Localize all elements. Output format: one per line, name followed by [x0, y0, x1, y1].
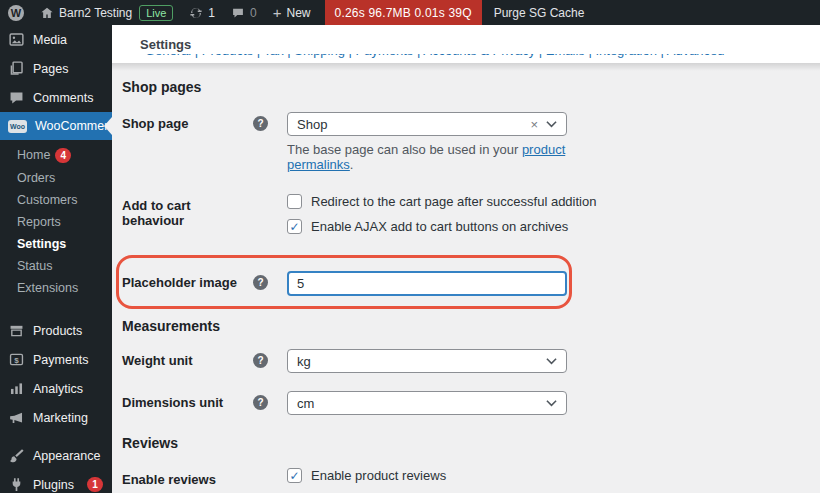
submenu-item-orders[interactable]: Orders [0, 167, 112, 189]
sidebar-item-media[interactable]: Media [0, 25, 112, 54]
shop-page-label: Shop page [122, 112, 253, 131]
submenu-label: Extensions [17, 281, 78, 295]
sidebar-item-woocommerce[interactable]: Woo WooCommerce [0, 112, 112, 140]
site-link[interactable]: Barn2 Testing Live [32, 0, 181, 25]
settings-content: Settings General | Products | Tax | Ship… [112, 25, 820, 493]
sidebar-item-label: Appearance [33, 449, 100, 463]
enable-product-reviews-option[interactable]: Enable product reviews [287, 468, 567, 483]
dimensions-unit-select[interactable]: cm [287, 391, 567, 415]
dimensions-unit-field: cm [287, 391, 567, 415]
sidebar-item-analytics[interactable]: Analytics [0, 374, 112, 403]
enable-ajax-option[interactable]: Enable AJAX add to cart buttons on archi… [287, 219, 567, 234]
sidebar-item-comments[interactable]: Comments [0, 83, 112, 112]
submenu-item-settings[interactable]: Settings [0, 233, 112, 255]
enable-product-reviews-text: Enable product reviews [311, 468, 446, 483]
weight-unit-row: Weight unit kg [122, 349, 800, 373]
settings-tabs-text[interactable]: General | Products | Tax | Shipping | Pa… [145, 54, 820, 58]
page-title: Settings [140, 37, 820, 52]
updates-button[interactable]: 1 [181, 0, 223, 25]
sidebar-item-payments[interactable]: $ Payments [0, 345, 112, 374]
weight-unit-value: kg [297, 354, 546, 369]
sidebar-item-products[interactable]: Products [0, 316, 112, 345]
help-icon[interactable] [253, 395, 268, 410]
sidebar-item-pages[interactable]: Pages [0, 54, 112, 83]
enable-ajax-text: Enable AJAX add to cart buttons on archi… [311, 219, 568, 234]
settings-tabs-clipped: General | Products | Tax | Shipping | Pa… [112, 54, 820, 63]
submenu-item-customers[interactable]: Customers [0, 189, 112, 211]
shop-page-select[interactable]: Shop × [287, 112, 567, 136]
placeholder-image-input[interactable] [287, 271, 567, 296]
sidebar-item-label: Products [33, 324, 82, 338]
help-col-empty [253, 194, 273, 198]
help-icon[interactable] [253, 353, 268, 368]
settings-form: Shop pages Shop page Shop × The base pag… [112, 79, 820, 493]
enable-reviews-options: Enable product reviews Show "verified ow… [287, 468, 567, 493]
add-to-cart-label: Add to cart behaviour [122, 194, 253, 228]
weight-unit-select[interactable]: kg [287, 349, 567, 373]
submenu-label: Customers [17, 193, 77, 207]
help-icon[interactable] [253, 116, 268, 131]
submenu-item-status[interactable]: Status [0, 255, 112, 277]
submenu-item-reports[interactable]: Reports [0, 211, 112, 233]
query-monitor-stats[interactable]: 0.26s 96.7MB 0.01s 39Q [325, 0, 482, 25]
home-icon [40, 6, 54, 20]
live-badge: Live [139, 5, 173, 21]
redirect-to-cart-text: Redirect to the cart page after successf… [311, 194, 596, 209]
submenu-label: Home [17, 148, 50, 162]
help-icon[interactable] [253, 275, 268, 290]
dimensions-unit-value: cm [297, 396, 546, 411]
sidebar-item-appearance[interactable]: Appearance [0, 441, 112, 470]
helper-prefix: The base page can also be used in your [287, 142, 522, 157]
redirect-to-cart-option[interactable]: Redirect to the cart page after successf… [287, 194, 567, 209]
new-content-button[interactable]: + New [265, 0, 319, 25]
update-count: 1 [208, 6, 215, 20]
enable-reviews-label: Enable reviews [122, 468, 253, 487]
placeholder-image-row: Placeholder image [122, 271, 800, 296]
sidebar-item-marketing[interactable]: Marketing [0, 403, 112, 432]
clear-selection-icon[interactable]: × [530, 117, 538, 132]
comment-icon [231, 6, 245, 20]
comment-count: 0 [250, 6, 257, 20]
section-heading-shop-pages: Shop pages [122, 79, 800, 95]
content-header: Settings [112, 25, 820, 54]
shop-page-helper: The base page can also be used in your p… [287, 142, 567, 172]
help-col-empty [253, 468, 273, 472]
sidebar-item-label: Analytics [33, 382, 83, 396]
sidebar-item-label: Comments [33, 91, 93, 105]
submenu-item-extensions[interactable]: Extensions [0, 277, 112, 299]
submenu-item-home[interactable]: Home4 [0, 144, 112, 167]
shop-page-row: Shop page Shop × The base page can also … [122, 112, 800, 172]
sidebar-item-label: Pages [33, 62, 68, 76]
media-icon [8, 31, 25, 48]
plugins-icon [8, 476, 25, 493]
comments-button[interactable]: 0 [223, 0, 265, 25]
weight-unit-label: Weight unit [122, 349, 253, 368]
dimensions-unit-label: Dimensions unit [122, 391, 253, 410]
svg-text:$: $ [14, 356, 19, 365]
redirect-to-cart-checkbox[interactable] [287, 194, 302, 209]
sidebar-item-label: WooCommerce [35, 119, 122, 133]
add-to-cart-row: Add to cart behaviour Redirect to the ca… [122, 194, 800, 244]
update-icon [189, 6, 203, 20]
sidebar-item-label: Payments [33, 353, 89, 367]
shop-page-value: Shop [297, 117, 530, 132]
wordpress-menu-button[interactable] [0, 0, 32, 25]
enable-ajax-checkbox[interactable] [287, 219, 302, 234]
submenu-label: Reports [17, 215, 61, 229]
wordpress-admin: Barn2 Testing Live 1 0 + New 0.26s 96.7M… [0, 0, 820, 493]
plugins-count-badge: 1 [87, 477, 103, 492]
enable-product-reviews-checkbox[interactable] [287, 468, 302, 483]
admin-sidebar: Media Pages Comments Woo WooCommerce Hom… [0, 25, 112, 493]
chevron-down-icon [546, 399, 557, 407]
pages-icon [8, 60, 25, 77]
purge-cache-label: Purge SG Cache [494, 6, 585, 20]
help-col [253, 112, 273, 131]
chevron-down-icon [546, 120, 557, 128]
sidebar-item-label: Plugins [33, 478, 74, 492]
submenu-label: Orders [17, 171, 55, 185]
purge-cache-button[interactable]: Purge SG Cache [482, 0, 597, 25]
weight-unit-field: kg [287, 349, 567, 373]
sidebar-item-plugins[interactable]: Plugins 1 [0, 470, 112, 493]
home-count-badge: 4 [55, 148, 71, 163]
marketing-icon [8, 409, 25, 426]
